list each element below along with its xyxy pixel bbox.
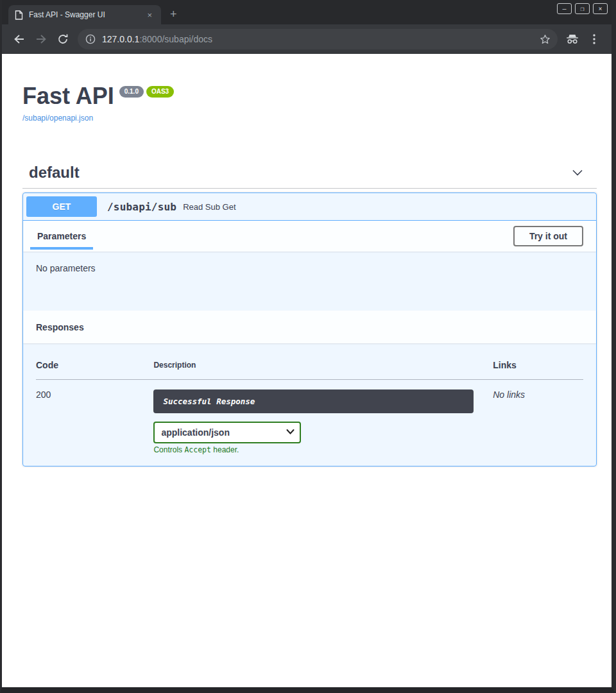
column-header-description: Description bbox=[153, 351, 493, 380]
api-info: Fast API 0.1.0 OAS3 /subapi/openapi.json bbox=[22, 54, 597, 123]
window-controls: – ❐ × bbox=[557, 3, 608, 14]
browser-window: Fast API - Swagger UI × + – ❐ × 127.0.0.… bbox=[0, 0, 616, 693]
try-it-out-button[interactable]: Try it out bbox=[513, 226, 583, 246]
responses-title: Responses bbox=[36, 322, 84, 332]
maximize-icon[interactable]: ❐ bbox=[575, 3, 590, 14]
reload-icon[interactable] bbox=[52, 28, 74, 50]
responses-section-header: Responses bbox=[23, 311, 596, 343]
back-icon[interactable] bbox=[8, 28, 30, 50]
browser-toolbar: 127.0.0.1:8000/subapi/docs bbox=[2, 24, 612, 54]
no-links-text: No links bbox=[493, 389, 525, 400]
parameters-section-header: Parameters Try it out bbox=[23, 221, 596, 252]
openapi-spec-link[interactable]: /subapi/openapi.json bbox=[22, 114, 93, 123]
tab-strip: Fast API - Swagger UI × + – ❐ × bbox=[2, 0, 612, 24]
column-header-links: Links bbox=[493, 351, 583, 380]
version-badge: 0.1.0 bbox=[119, 86, 144, 98]
operation-summary[interactable]: GET /subapi/sub Read Sub Get bbox=[23, 193, 596, 221]
responses-table: Code Description Links 200 Successful Re… bbox=[36, 351, 583, 454]
tab-parameters[interactable]: Parameters bbox=[36, 231, 87, 241]
url-host: 127.0.0.1 bbox=[102, 34, 139, 44]
menu-dots-icon[interactable] bbox=[583, 28, 605, 50]
operation-path: /subapi/sub bbox=[97, 201, 183, 213]
media-type-select[interactable]: application/json bbox=[153, 422, 301, 443]
http-method-badge: GET bbox=[26, 196, 97, 217]
page-title: Fast API bbox=[22, 85, 114, 108]
tab-title: Fast API - Swagger UI bbox=[29, 10, 144, 19]
page-favicon-icon bbox=[15, 10, 23, 20]
bookmark-star-icon[interactable] bbox=[536, 30, 554, 48]
forward-icon[interactable] bbox=[30, 28, 52, 50]
new-tab-icon[interactable]: + bbox=[170, 8, 177, 20]
response-status-code: 200 bbox=[36, 380, 153, 455]
url-text[interactable]: 127.0.0.1:8000/subapi/docs bbox=[102, 34, 536, 44]
no-parameters-text: No parameters bbox=[36, 263, 96, 273]
response-row-200: 200 Successful Response application/json bbox=[36, 380, 583, 455]
oas3-badge: OAS3 bbox=[146, 86, 174, 98]
response-description-box: Successful Response bbox=[153, 389, 474, 413]
close-icon[interactable]: × bbox=[593, 3, 608, 14]
tag-name: default bbox=[29, 164, 80, 182]
swagger-page: Fast API 0.1.0 OAS3 /subapi/openapi.json… bbox=[2, 54, 612, 687]
operation-description: Read Sub Get bbox=[183, 202, 235, 212]
address-bar[interactable]: 127.0.0.1:8000/subapi/docs bbox=[78, 29, 558, 49]
tab-close-icon[interactable]: × bbox=[144, 10, 155, 20]
parameters-body: No parameters bbox=[23, 252, 596, 311]
responses-table-header-row: Code Description Links bbox=[36, 351, 583, 380]
accept-header-note: Controls Accept header. bbox=[153, 445, 493, 454]
tag-section-header[interactable]: default bbox=[22, 157, 597, 189]
minimize-icon[interactable]: – bbox=[557, 3, 572, 14]
url-path: :8000/subapi/docs bbox=[139, 34, 212, 44]
column-header-code: Code bbox=[36, 351, 153, 380]
browser-tab[interactable]: Fast API - Swagger UI × bbox=[8, 5, 161, 24]
incognito-icon bbox=[561, 28, 583, 50]
operation-block-get: GET /subapi/sub Read Sub Get Parameters … bbox=[22, 193, 597, 466]
site-info-icon[interactable] bbox=[85, 34, 96, 44]
api-title-row: Fast API 0.1.0 OAS3 bbox=[22, 85, 597, 108]
media-type-control: application/json Controls Accept header. bbox=[153, 422, 493, 454]
responses-body: Code Description Links 200 Successful Re… bbox=[23, 343, 596, 466]
chevron-down-icon[interactable] bbox=[571, 166, 584, 179]
